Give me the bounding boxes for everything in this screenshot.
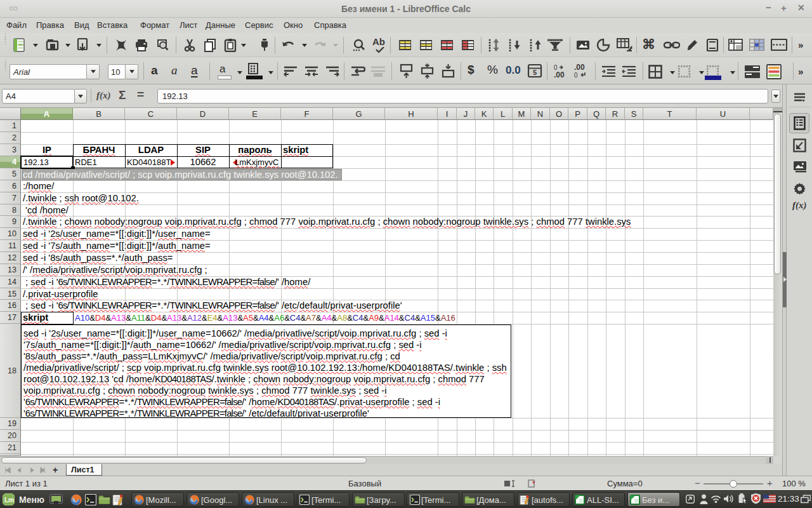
svg-text:Lm: Lm bbox=[4, 497, 14, 504]
svg-text:*: * bbox=[532, 479, 535, 488]
svg-text:.00: .00 bbox=[574, 64, 585, 72]
svg-text:.00: .00 bbox=[554, 70, 565, 79]
svg-text:0: 0 bbox=[574, 72, 578, 79]
svg-text:5: 5 bbox=[533, 69, 537, 76]
